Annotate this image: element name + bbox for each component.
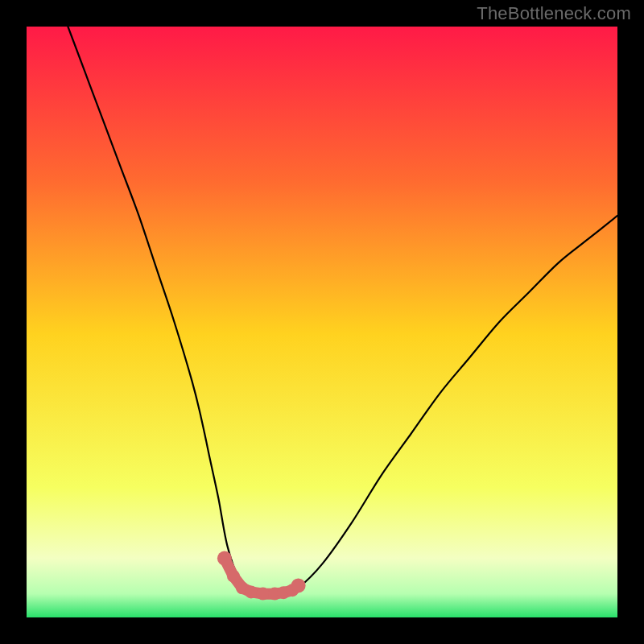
valley-highlight-point bbox=[217, 551, 232, 566]
valley-highlight-point bbox=[257, 588, 270, 601]
valley-highlight-point bbox=[291, 578, 306, 592]
valley-highlight-point bbox=[245, 585, 258, 598]
gradient-background bbox=[27, 27, 617, 617]
chart-area bbox=[27, 27, 617, 617]
outer-frame: TheBottleneck.com bbox=[0, 0, 644, 644]
valley-highlight-point bbox=[227, 570, 240, 583]
attribution-label: TheBottleneck.com bbox=[477, 3, 631, 24]
bottleneck-chart bbox=[27, 27, 617, 617]
